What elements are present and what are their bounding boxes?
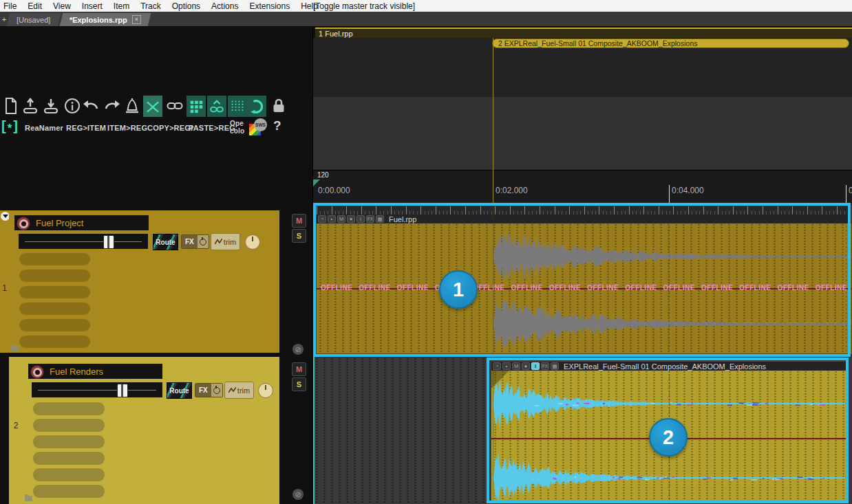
track2-left-strip [9,357,23,504]
open-project-icon[interactable] [21,97,39,115]
menu-view[interactable]: View [50,1,74,11]
track1-volume-handle[interactable] [103,235,114,249]
track1-name-box[interactable]: Fuel Project [14,215,149,230]
ruler-tick-4s [669,185,670,204]
copy-region-button[interactable]: COPY>REGI [147,124,193,132]
ruler-label-0: 0:00.000 [318,186,350,195]
track1-io-slot [19,319,90,331]
track1-volume-slider[interactable] [19,234,148,249]
loop-icon[interactable] [247,96,266,117]
track1-io-slot [19,286,90,298]
menu-bar: File Edit View Insert Item Track Options… [0,0,852,12]
undo-icon[interactable] [82,97,100,115]
menu-actions[interactable]: Actions [208,1,242,11]
tab-close-icon[interactable]: × [131,15,140,24]
menu-edit[interactable]: Edit [24,1,45,11]
track2-volume-handle[interactable] [117,384,128,397]
reanamer-button[interactable]: ReaNamer [25,124,63,132]
callout-2: 2 [649,418,688,457]
track2-io-slot [33,419,105,432]
track2-trim-button[interactable]: trim [224,382,254,399]
item-to-region-button[interactable]: ITEM>REG [107,124,147,132]
menu-track[interactable]: Track [137,1,164,11]
track2-name-box[interactable]: Fuel Renders [28,364,162,379]
trim-label: trim [237,386,250,395]
marker-line-2s [493,38,493,204]
record-ring [19,219,28,228]
route-label: Route [156,239,175,246]
crossfade-icon[interactable] [143,96,162,117]
track1-route-button[interactable]: Route [153,234,178,250]
track1-solo-button[interactable]: S [292,229,306,243]
sws-icon[interactable]: SWS [249,118,267,136]
timeline-ruler[interactable]: 120 0:00.000 0:02.000 0:04.000 0 [313,170,852,204]
track2-fx-button[interactable]: FX [195,383,223,397]
track2-io-slot [33,485,105,498]
track1-trim-button[interactable]: trim [211,233,240,250]
link-icon[interactable] [166,97,184,115]
arrange-empty-lower [313,97,852,170]
track2-route-button[interactable]: Route [167,382,192,399]
fx-label: FX [182,235,198,248]
track1-io-slot [19,336,90,348]
region-explosions[interactable]: 2 EXPLReal_Fuel-Small 01 Composite_AKBOO… [492,39,849,48]
track2-volume-slider[interactable] [32,382,162,397]
metronome-icon[interactable] [123,97,141,115]
chevron-down-icon [3,215,8,218]
track2-mute-button[interactable]: M [292,362,306,376]
track1-fx-button[interactable]: FX [181,234,209,249]
menu-extensions[interactable]: Extensions [246,1,293,11]
menu-insert[interactable]: Insert [78,1,106,11]
help-button[interactable]: ? [273,118,281,133]
save-project-icon[interactable] [42,97,60,115]
record-ring [33,368,42,377]
grid-icon[interactable] [187,96,206,117]
lock-icon[interactable] [270,97,288,115]
fx-power-icon[interactable] [198,235,209,248]
callout-1: 1 [439,270,478,309]
menu-file[interactable]: File [0,1,20,11]
menu-options[interactable]: Options [169,1,204,11]
tab-explosions[interactable]: *Explosions.rpp × [59,13,150,26]
ripple-icon[interactable] [228,96,247,117]
track2-io-slot [33,402,105,415]
redo-icon[interactable] [103,97,121,115]
info-icon[interactable] [63,97,81,115]
envelope-icon [228,387,236,393]
track2-pan-knob[interactable] [258,383,273,398]
asterisk-icon: * [8,121,12,132]
track1-mute-button[interactable]: M [292,214,306,228]
track2-io-slot [33,452,105,465]
track2-automation-off-icon[interactable]: ⊘ [292,489,303,500]
region2-label: 2 EXPLReal_Fuel-Small 01 Composite_AKBOO… [498,39,697,47]
region-to-item-button[interactable]: REG>ITEM [66,124,106,132]
snap-link-icon[interactable] [207,96,226,117]
track2-folder-icon[interactable] [25,496,32,501]
paste-region-button[interactable]: PASTE>REG [189,124,235,132]
reaper-window: File Edit View Insert Item Track Options… [0,0,852,504]
bracket-right: ] [13,118,18,134]
track1-folder-icon[interactable] [11,346,19,351]
track2-panel[interactable]: Fuel Renders Route FX trim [23,357,279,504]
open-color-button[interactable]: Ope [230,120,244,127]
menu-item[interactable]: Item [110,1,133,11]
track1-automation-off-icon[interactable]: ⊘ [292,344,303,355]
tempo-marker[interactable]: 120 [317,171,329,179]
ruler-tick-6s [846,185,846,204]
track1-pan-knob[interactable] [245,234,260,250]
bracket-left: [ [1,118,6,134]
new-project-icon[interactable] [2,97,20,115]
tab-unsaved[interactable]: [Unsaved] [7,13,61,26]
track2-io-slot [33,435,105,448]
trim-label: trim [224,238,236,246]
track1-record-arm-icon[interactable] [17,217,30,230]
track1-panel[interactable]: Fuel Project Route FX trim [9,210,279,353]
track2-solo-button[interactable]: S [292,377,306,391]
fx-power-icon[interactable] [211,384,222,397]
action-marker-icon[interactable]: [*] [1,118,18,134]
track2-record-arm-icon[interactable] [30,365,44,379]
menu-toggle-master[interactable]: [Toggle master track visible] [313,1,415,11]
track2-name: Fuel Renders [50,366,103,377]
tab-explosions-label: *Explosions.rpp [70,16,127,24]
region-fuel-rpp[interactable]: 1 Fuel.rpp [315,28,852,38]
